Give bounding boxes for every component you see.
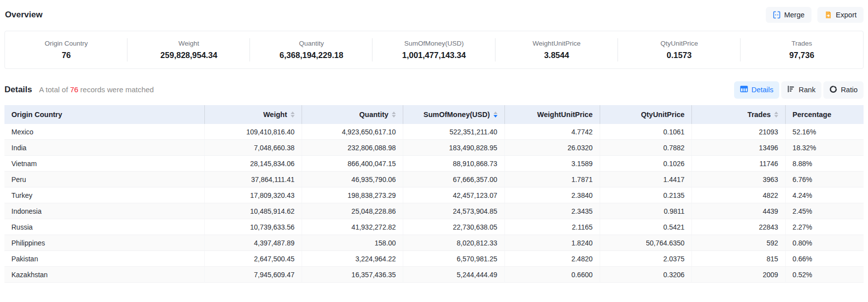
- column-header-label: Percentage: [793, 111, 831, 119]
- table-cell: 24,573,904.85: [403, 203, 504, 219]
- table-cell: 22,730,638.05: [403, 219, 504, 235]
- table-row: Mexico109,410,816.404,923,650,617.10522,…: [4, 124, 864, 140]
- table-row: Turkey17,809,320.43198,838,273.2942,457,…: [4, 187, 864, 203]
- stat-value: 3.8544: [544, 51, 569, 60]
- row-country-cell: Turkey: [4, 187, 205, 203]
- table-cell: 0.7882: [600, 140, 691, 156]
- table-cell: 0.2135: [600, 187, 691, 203]
- table-cell: 10,485,914.62: [205, 203, 302, 219]
- table-cell: 4.7742: [504, 124, 600, 140]
- table-cell: 2.1165: [504, 219, 600, 235]
- table-row: Russia10,739,633.5641,932,272.8222,730,6…: [4, 219, 864, 235]
- column-header-label: QtyUnitPrice: [641, 111, 684, 119]
- stat-label: Trades: [792, 40, 812, 47]
- sort-icon: [494, 112, 497, 118]
- table-cell: 0.1061: [600, 124, 691, 140]
- table-cell: 17,809,320.43: [205, 187, 302, 203]
- tab-ratio[interactable]: Ratio: [823, 81, 864, 99]
- table-cell: 3,224,964.22: [302, 251, 403, 267]
- column-header-label: Origin Country: [11, 111, 62, 119]
- table-cell: 7,945,609.47: [205, 267, 302, 283]
- match-count: 76: [68, 85, 80, 94]
- table-cell: 183,490,828.95: [403, 140, 504, 156]
- row-country-cell: Kazakhstan: [4, 267, 205, 283]
- topbar-actions: Merge Export: [766, 7, 864, 23]
- table-cell: 232,806,088.98: [302, 140, 403, 156]
- table-cell: 22843: [692, 219, 786, 235]
- table-cell: 0.5421: [600, 219, 691, 235]
- column-header-trades[interactable]: Trades: [692, 105, 786, 124]
- table-cell: 2009: [692, 267, 786, 283]
- tab-rank[interactable]: Rank: [781, 81, 821, 99]
- details-table: Origin CountryWeightQuantitySumOfMoney(U…: [4, 105, 864, 283]
- merge-button-label: Merge: [784, 11, 805, 19]
- table-cell: 8,020,812.33: [403, 235, 504, 251]
- stat-trades: Trades 97,736: [741, 31, 863, 68]
- table-cell: 37,864,111.41: [205, 172, 302, 187]
- table-cell: 158.00: [302, 235, 403, 251]
- table-cell: 16,357,436.35: [302, 267, 403, 283]
- table-cell: 522,351,211.40: [403, 124, 504, 140]
- column-header-weightunitprice: WeightUnitPrice: [504, 105, 600, 124]
- table-cell: 18.32%: [785, 140, 864, 156]
- sort-icon: [392, 112, 396, 118]
- table-cell: 2,647,500.45: [205, 251, 302, 267]
- table-cell: 42,457,123.07: [403, 187, 504, 203]
- sort-icon: [291, 112, 295, 118]
- table-cell: 1.8240: [504, 235, 600, 251]
- table-cell: 0.66%: [785, 251, 864, 267]
- table-cell: 1.7871: [504, 172, 600, 187]
- stat-value: 0.1573: [667, 51, 691, 60]
- table-cell: 592: [692, 235, 786, 251]
- row-country-cell: India: [4, 140, 205, 156]
- tab-details[interactable]: Details: [734, 81, 779, 99]
- column-header-label: WeightUnitPrice: [537, 111, 593, 119]
- column-header-label: Weight: [263, 111, 287, 119]
- overview-page: Overview Merge: [0, 0, 868, 283]
- details-bar: Details A total of76records were matched…: [4, 81, 864, 99]
- export-button-label: Export: [836, 11, 857, 19]
- column-header-percentage: Percentage: [785, 105, 864, 124]
- merge-icon: [773, 11, 781, 19]
- export-icon: [824, 11, 832, 19]
- table-row: India7,048,660.38232,806,088.98183,490,8…: [4, 140, 864, 156]
- stat-origin-country: Origin Country 76: [5, 31, 127, 68]
- column-header-label: Trades: [747, 111, 771, 119]
- page-title: Overview: [4, 10, 43, 20]
- tab-label: Rank: [799, 86, 815, 94]
- table-cell: 5,244,444.49: [403, 267, 504, 283]
- export-button[interactable]: Export: [817, 7, 864, 23]
- column-header-quantity[interactable]: Quantity: [302, 105, 403, 124]
- table-cell: 3.1589: [504, 156, 600, 172]
- match-summary: A total of76records were matched: [39, 85, 154, 94]
- table-cell: 88,910,868.73: [403, 156, 504, 172]
- table-cell: 0.9811: [600, 203, 691, 219]
- table-cell: 6,570,981.25: [403, 251, 504, 267]
- table-cell: 866,400,047.15: [302, 156, 403, 172]
- table-cell: 0.3206: [600, 267, 691, 283]
- table-cell: 4.24%: [785, 187, 864, 203]
- table-cell: 10,739,633.56: [205, 219, 302, 235]
- row-country-cell: Philippines: [4, 235, 205, 251]
- stat-value: 76: [62, 51, 70, 60]
- merge-button[interactable]: Merge: [766, 7, 811, 23]
- match-summary-prefix: A total of: [39, 85, 68, 94]
- stat-qty-unit-price: QtyUnitPrice 0.1573: [618, 31, 741, 68]
- table-cell: 2.27%: [785, 219, 864, 235]
- tab-label: Ratio: [841, 86, 858, 94]
- table-cell: 6.76%: [785, 172, 864, 187]
- details-header: Details A total of76records were matched: [4, 85, 154, 95]
- table-grid-icon: [740, 85, 748, 94]
- table-cell: 52.16%: [785, 124, 864, 140]
- details-title: Details: [4, 85, 32, 95]
- table-cell: 4439: [692, 203, 786, 219]
- table-cell: 46,935,790.06: [302, 172, 403, 187]
- rank-bars-icon: [787, 85, 795, 94]
- column-header-label: SumOfMoney(USD): [424, 111, 490, 119]
- table-cell: 0.1026: [600, 156, 691, 172]
- row-country-cell: Peru: [4, 172, 205, 187]
- table-cell: 0.80%: [785, 235, 864, 251]
- column-header-origin-country: Origin Country: [4, 105, 205, 124]
- column-header-weight[interactable]: Weight: [205, 105, 302, 124]
- column-header-sumofmoney-usd[interactable]: SumOfMoney(USD): [403, 105, 504, 124]
